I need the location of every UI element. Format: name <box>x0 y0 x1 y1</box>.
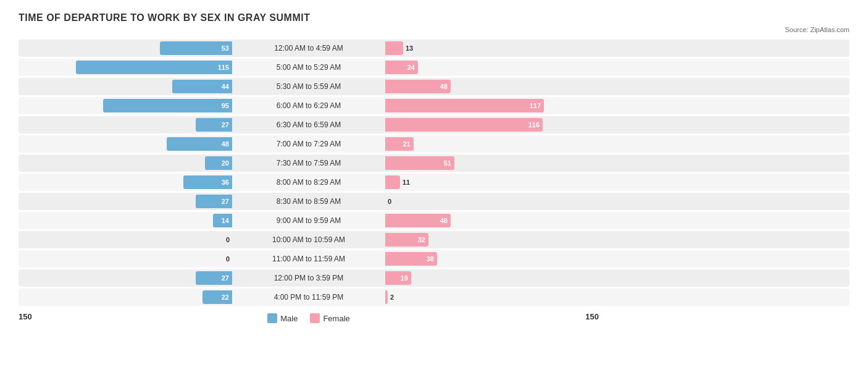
female-bar: 116 <box>385 118 543 132</box>
time-label: 12:00 AM to 4:59 AM <box>235 44 383 53</box>
female-bar: 48 <box>385 80 451 93</box>
right-section: 116 <box>383 118 599 132</box>
right-section: 2 <box>383 290 599 304</box>
bar-row: 487:00 AM to 7:29 AM21 <box>19 135 849 153</box>
female-bar: 24 <box>385 61 418 74</box>
left-section: 48 <box>19 137 235 151</box>
female-value-inside: 21 <box>400 140 414 148</box>
right-section: 51 <box>383 156 599 170</box>
male-bar: 20 <box>205 156 232 170</box>
left-section: 14 <box>19 214 235 227</box>
time-label: 7:00 AM to 7:29 AM <box>235 140 383 148</box>
left-section: 53 <box>19 41 235 55</box>
right-section: 117 <box>383 99 599 112</box>
male-bar: 44 <box>172 80 232 93</box>
bar-row: 011:00 AM to 11:59 AM38 <box>19 250 849 268</box>
left-section: 0 <box>19 252 235 266</box>
female-value-inside: 51 <box>441 159 454 167</box>
right-section: 38 <box>383 252 599 266</box>
female-bar: 48 <box>385 214 451 227</box>
right-section: 48 <box>383 80 599 93</box>
female-swatch <box>310 313 320 323</box>
time-label: 11:00 AM to 11:59 AM <box>235 255 383 263</box>
female-value-inside: 117 <box>527 102 544 109</box>
female-value-inside: 116 <box>525 121 543 129</box>
female-value-inside: 24 <box>404 64 418 71</box>
female-value: 2 <box>390 293 394 301</box>
male-bar: 36 <box>183 175 232 189</box>
chart-area: 5312:00 AM to 4:59 AM131155:00 AM to 5:2… <box>19 40 849 306</box>
time-label: 5:30 AM to 5:59 AM <box>235 82 383 91</box>
bar-row: 1155:00 AM to 5:29 AM24 <box>19 59 849 76</box>
female-value-inside: 38 <box>424 255 437 263</box>
left-section: 44 <box>19 80 235 93</box>
female-bar <box>385 175 400 189</box>
male-value-zero: 0 <box>226 236 230 243</box>
left-section: 0 <box>19 233 235 247</box>
bar-row: 5312:00 AM to 4:59 AM13 <box>19 40 849 57</box>
female-bar: 38 <box>385 252 437 266</box>
legend-female: Female <box>310 313 349 323</box>
male-value-inside: 48 <box>219 140 232 148</box>
bar-row: 2712:00 PM to 3:59 PM19 <box>19 269 849 287</box>
left-section: 95 <box>19 99 235 112</box>
male-value-inside: 14 <box>219 217 232 224</box>
right-section: 11 <box>383 175 599 189</box>
female-value-inside: 48 <box>437 217 451 224</box>
bar-row: 278:30 AM to 8:59 AM0 <box>19 193 849 210</box>
bar-row: 149:00 AM to 9:59 AM48 <box>19 212 849 229</box>
time-label: 6:30 AM to 6:59 AM <box>235 120 383 129</box>
time-label: 7:30 AM to 7:59 AM <box>235 159 383 167</box>
chart-title: TIME OF DEPARTURE TO WORK BY SEX IN GRAY… <box>19 12 849 23</box>
bar-row: 224:00 PM to 11:59 PM2 <box>19 289 849 306</box>
male-bar: 27 <box>196 195 232 208</box>
male-bar: 14 <box>213 214 232 227</box>
female-value-inside: 19 <box>398 274 411 282</box>
male-value-inside: 27 <box>219 198 232 205</box>
axis-left-label: 150 <box>19 312 235 321</box>
female-bar: 51 <box>385 156 454 170</box>
male-value-inside: 27 <box>219 121 232 129</box>
male-bar: 95 <box>103 99 232 112</box>
male-value-inside: 95 <box>219 102 232 109</box>
female-value: 11 <box>403 179 410 186</box>
left-section: 115 <box>19 61 235 74</box>
right-section: 32 <box>383 233 599 247</box>
right-section: 24 <box>383 61 599 74</box>
female-bar: 32 <box>385 233 428 247</box>
left-section: 27 <box>19 271 235 285</box>
female-value-inside: 48 <box>437 83 451 90</box>
time-label: 9:00 AM to 9:59 AM <box>235 216 383 225</box>
legend-female-label: Female <box>323 314 349 323</box>
legend-male: Male <box>267 313 298 323</box>
time-label: 8:00 AM to 8:29 AM <box>235 178 383 187</box>
time-label: 6:00 AM to 6:29 AM <box>235 101 383 110</box>
time-label: 12:00 PM to 3:59 PM <box>235 274 383 282</box>
male-swatch <box>267 313 277 323</box>
left-section: 27 <box>19 118 235 132</box>
bar-row: 010:00 AM to 10:59 AM32 <box>19 231 849 248</box>
male-value-inside: 115 <box>215 64 232 71</box>
left-section: 22 <box>19 290 235 304</box>
male-value-inside: 44 <box>219 83 232 90</box>
female-bar: 19 <box>385 271 411 285</box>
male-bar: 48 <box>167 137 232 151</box>
male-bar: 27 <box>196 118 232 132</box>
female-bar <box>385 290 388 304</box>
female-bar: 117 <box>385 99 544 112</box>
right-section: 48 <box>383 214 599 227</box>
source-label: Source: ZipAtlas.com <box>19 26 849 33</box>
right-section: 13 <box>383 41 599 55</box>
bar-row: 445:30 AM to 5:59 AM48 <box>19 78 849 95</box>
male-bar: 27 <box>196 271 232 285</box>
left-section: 20 <box>19 156 235 170</box>
bar-row: 956:00 AM to 6:29 AM117 <box>19 97 849 114</box>
left-section: 36 <box>19 175 235 189</box>
bar-row: 207:30 AM to 7:59 AM51 <box>19 154 849 172</box>
male-bar: 115 <box>76 61 232 74</box>
legend-male-label: Male <box>280 314 298 323</box>
female-value-inside: 32 <box>415 236 428 243</box>
bar-row: 276:30 AM to 6:59 AM116 <box>19 116 849 133</box>
male-bar: 22 <box>202 290 232 304</box>
male-value-inside: 22 <box>219 293 232 301</box>
